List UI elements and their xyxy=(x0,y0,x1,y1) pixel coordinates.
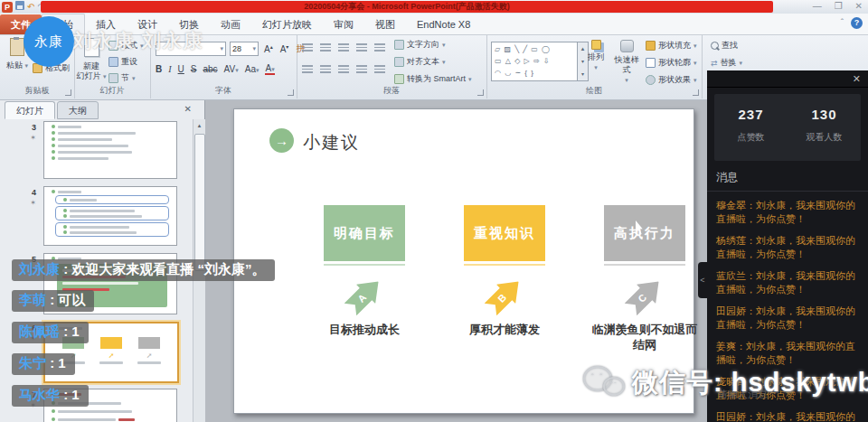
save-icon xyxy=(15,1,24,10)
column-caption[interactable]: 临渊羡鱼则不如退而结网 xyxy=(591,322,698,352)
grow-font-button[interactable]: A▴ xyxy=(262,43,275,54)
dialog-launcher-icon[interactable] xyxy=(65,89,71,96)
live-message: 穆金翠：刘永康，我来围观你的直播啦，为你点赞！ xyxy=(716,199,861,226)
save-button[interactable] xyxy=(15,1,24,13)
dialog-launcher-icon[interactable] xyxy=(288,89,294,96)
arrow-shape[interactable]: B xyxy=(481,272,528,319)
shapes-gallery[interactable]: ▱ ▨ ╲ ╱ ▭ ◯ ▭ △ ◇ ▷ ⇨ ⇩ ◠ ◡ ∼ { } xyxy=(491,42,578,81)
arrange-button[interactable]: 排列▾ xyxy=(584,40,608,72)
live-message: 田园娇：刘永康，我来围观你的直播啦，为你点赞！ xyxy=(716,410,861,422)
convert-smartart-button[interactable]: 转换为 SmartArt▾ xyxy=(394,73,472,85)
thumbnail-number: 4 xyxy=(20,188,36,197)
viewers-label: 观看人数 xyxy=(788,131,861,144)
replace-icon: ⇄ xyxy=(711,59,718,68)
find-button[interactable]: 查找 xyxy=(711,40,742,52)
change-case-button[interactable]: Aa▾ xyxy=(245,64,259,74)
group-drawing: ▱ ▨ ╲ ╱ ▭ ◯ ▭ △ ◇ ▷ ⇨ ⇩ ◠ ◡ ∼ { } ▲ ▾ ▾ … xyxy=(486,34,703,98)
minimize-ribbon-icon[interactable]: ˆ xyxy=(841,18,844,28)
minimize-button[interactable]: — xyxy=(813,0,822,13)
justify-icon[interactable] xyxy=(356,65,367,73)
animation-star-icon: ✶ xyxy=(22,199,36,207)
tab-review[interactable]: 审阅 xyxy=(323,14,364,34)
tab-slideshow[interactable]: 幻灯片放映 xyxy=(251,14,323,34)
likes-label: 点赞数 xyxy=(714,131,788,144)
text-direction-icon xyxy=(394,40,404,50)
column-heading[interactable]: 明确目标 xyxy=(324,205,405,261)
chat-bubble: 陈佩瑶 : 1 xyxy=(12,322,89,343)
align-text-button[interactable]: 对齐文本▾ xyxy=(394,56,472,68)
slide-title[interactable]: 小建议 xyxy=(303,131,360,155)
title-bar: P ↶ ↷ ▾ 20200504分享会 - Microsoft PowerPoi… xyxy=(0,0,868,14)
tab-outline-pane[interactable]: 大纲 xyxy=(57,101,99,119)
bullets-icon[interactable] xyxy=(302,43,313,52)
tab-animations[interactable]: 动画 xyxy=(210,14,251,34)
viewers-count: 130 xyxy=(788,107,861,122)
window-title: 20200504分享会 - Microsoft PowerPoint(产品激活失… xyxy=(41,1,773,13)
column-caption[interactable]: 目标推动成长 xyxy=(329,322,400,337)
font-color-button[interactable]: A▾ xyxy=(265,63,274,75)
indent-increase-icon[interactable] xyxy=(356,43,367,52)
columns-icon[interactable] xyxy=(374,65,385,73)
tab-endnote[interactable]: EndNote X8 xyxy=(406,14,481,34)
underline-button[interactable]: U xyxy=(178,64,184,74)
bold-button[interactable]: B xyxy=(156,64,162,74)
column-heading[interactable]: 高执行力 xyxy=(604,205,685,261)
column-heading[interactable]: 重视知识 xyxy=(464,205,545,261)
wechat-watermark: ˆ ˆˆˆ 微信号: hsdskytwbest xyxy=(583,364,868,402)
italic-button[interactable]: I xyxy=(168,64,171,74)
undo-button[interactable]: ↶ xyxy=(27,2,34,13)
shape-outline-button[interactable]: 形状轮廓▾ xyxy=(646,57,697,69)
shape-effects-icon xyxy=(646,75,656,85)
font-size-combo[interactable]: 28▾ xyxy=(230,42,259,56)
slide-column-2[interactable]: 重视知识 B 厚积才能薄发 xyxy=(437,205,572,337)
panel-collapse-handle[interactable]: < xyxy=(698,262,707,298)
chat-bubble: 刘永康 : 欢迎大家来观看直播 “刘永康”。 xyxy=(12,259,275,281)
character-spacing-button[interactable]: AV▾ xyxy=(224,64,239,74)
likes-count: 237 xyxy=(714,107,788,122)
align-center-icon[interactable] xyxy=(320,65,331,73)
wechat-id-text: 微信号: hsdskytwbest xyxy=(632,365,868,401)
scrollbar-thumb[interactable] xyxy=(194,134,205,271)
replace-button[interactable]: ⇄ 替换▾ xyxy=(711,57,742,69)
panel-close-icon[interactable]: ✕ xyxy=(853,73,861,85)
streamer-watermark: 刘永康 刘永康 xyxy=(72,28,204,53)
thumbnail-number: 3 xyxy=(20,123,36,132)
quick-styles-button[interactable]: 快速样式▾ xyxy=(611,40,642,85)
reset-button[interactable]: 重设 xyxy=(108,56,144,68)
restore-button[interactable]: ❐ xyxy=(835,0,843,13)
close-button[interactable]: ✕ xyxy=(855,0,863,13)
live-message: 姜爽：刘永康，我来围观你的直播啦，为你点赞！ xyxy=(716,340,861,367)
tab-view[interactable]: 视图 xyxy=(364,14,406,34)
title-arrow-icon: → xyxy=(269,128,294,153)
shape-outline-icon xyxy=(646,58,656,68)
dialog-launcher-icon[interactable] xyxy=(693,89,699,96)
pane-close-icon[interactable]: ✕ xyxy=(184,104,192,114)
indent-decrease-icon[interactable] xyxy=(338,43,349,52)
shrink-font-button[interactable]: A▾ xyxy=(278,43,291,54)
group-label-paragraph: 段落 xyxy=(297,85,486,97)
tab-slides-pane[interactable]: 幻灯片 xyxy=(5,101,55,119)
column-caption[interactable]: 厚积才能薄发 xyxy=(469,322,540,337)
scroll-up-icon[interactable]: ▲ xyxy=(193,119,205,132)
strikethrough-abc-button[interactable]: abc xyxy=(203,64,217,74)
line-spacing-icon[interactable] xyxy=(374,43,385,52)
align-left-icon[interactable] xyxy=(302,65,313,73)
slide-thumbnail-4[interactable] xyxy=(43,186,177,246)
align-right-icon[interactable] xyxy=(338,65,349,73)
numbering-icon[interactable] xyxy=(320,43,331,52)
section-button[interactable]: 节▾ xyxy=(108,72,144,84)
streamer-avatar[interactable]: 永康 xyxy=(24,16,74,67)
group-paragraph: 文字方向▾ 对齐文本▾ 转换为 SmartArt▾ 段落 xyxy=(297,34,487,98)
arrow-shape[interactable]: C xyxy=(621,272,668,319)
strikethrough-button[interactable]: S xyxy=(191,64,197,74)
dialog-launcher-icon[interactable] xyxy=(477,89,484,96)
slide-column-1[interactable]: 明确目标 A 目标推动成长 xyxy=(297,205,432,337)
arrow-shape[interactable]: A xyxy=(341,272,388,319)
quick-styles-icon xyxy=(620,40,634,52)
slide-thumbnail-3[interactable] xyxy=(43,121,177,179)
powerpoint-logo-icon[interactable]: P xyxy=(2,2,13,13)
text-direction-button[interactable]: 文字方向▾ xyxy=(394,39,472,51)
help-icon[interactable]: ? xyxy=(851,17,863,29)
slide-column-3[interactable]: 高执行力 C 临渊羡鱼则不如退而结网 xyxy=(577,205,712,352)
shape-fill-button[interactable]: 形状填充▾ xyxy=(646,40,697,52)
